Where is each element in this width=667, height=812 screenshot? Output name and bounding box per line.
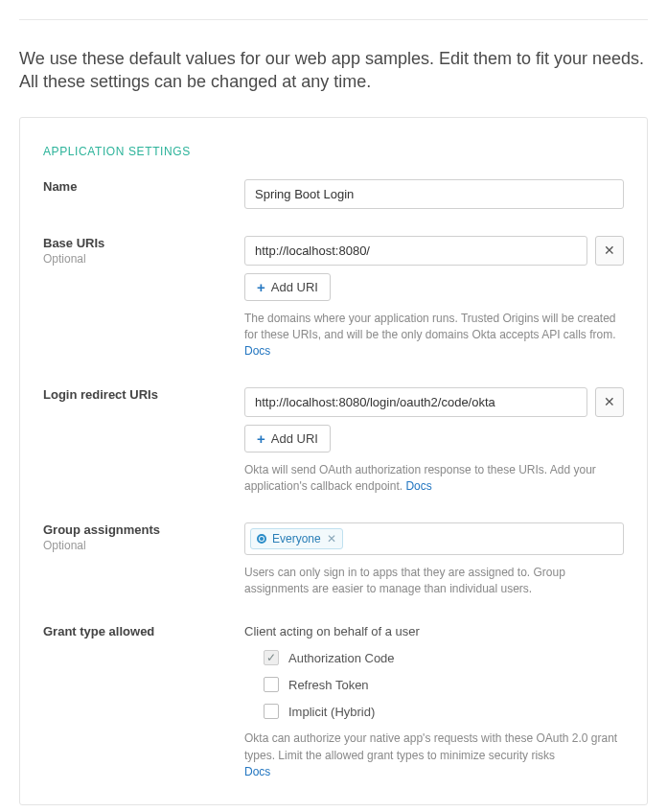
grant-option-auth-code: ✓ Authorization Code [244,650,624,665]
row-login-redirect: Login redirect URIs ✕ + Add URI Okta wil… [43,387,624,496]
row-grant-type: Grant type allowed Client acting on beha… [43,624,624,780]
login-redirect-docs-link[interactable]: Docs [405,479,431,493]
base-uri-remove-button[interactable]: ✕ [595,236,624,266]
row-name: Name [43,179,624,209]
auth-code-label: Authorization Code [288,651,395,665]
name-input[interactable] [244,179,624,209]
grant-subhead: Client acting on behalf of a user [244,624,624,638]
close-icon: ✕ [604,243,615,258]
auth-code-checkbox: ✓ [264,650,279,665]
top-divider [19,19,648,20]
implicit-checkbox[interactable] [264,704,279,719]
group-help: Users can only sign in to apps that they… [244,565,624,598]
name-label: Name [43,179,229,194]
group-icon [257,534,266,544]
add-base-uri-label: Add URI [271,280,318,294]
group-chip-remove[interactable]: ✕ [327,532,336,545]
add-base-uri-button[interactable]: + Add URI [244,273,331,301]
implicit-label: Implicit (Hybrid) [288,705,375,719]
base-uri-input[interactable] [244,236,587,266]
close-icon: ✕ [604,394,615,409]
base-uris-label: Base URIs [43,236,229,250]
login-redirect-help: Okta will send OAuth authorization respo… [244,462,624,496]
group-chip-label: Everyone [272,532,321,545]
refresh-checkbox[interactable] [264,677,279,692]
check-icon: ✓ [266,652,276,663]
add-login-redirect-button[interactable]: + Add URI [244,425,331,452]
login-redirect-input[interactable] [244,387,587,417]
login-redirect-remove-button[interactable]: ✕ [595,387,624,417]
group-label: Group assignments [43,522,229,537]
settings-panel: APPLICATION SETTINGS Name Base URIs Opti… [19,117,648,805]
refresh-label: Refresh Token [288,678,369,692]
section-title: APPLICATION SETTINGS [43,145,624,158]
grant-option-implicit[interactable]: Implicit (Hybrid) [244,704,624,719]
base-uris-help: The domains where your application runs.… [244,311,624,360]
base-uris-optional: Optional [43,252,229,266]
intro-text: We use these default values for our web … [19,47,648,94]
grant-label: Grant type allowed [43,624,229,638]
base-uris-docs-link[interactable]: Docs [244,344,270,358]
add-login-redirect-label: Add URI [271,431,318,446]
plus-icon: + [257,280,265,294]
plus-icon: + [257,431,265,446]
grant-docs-link[interactable]: Docs [244,765,270,778]
group-assignments-input[interactable]: Everyone ✕ [244,522,624,555]
group-chip-everyone: Everyone ✕ [250,528,343,549]
grant-help: Okta can authorize your native app's req… [244,731,624,780]
grant-option-refresh[interactable]: Refresh Token [244,677,624,692]
login-redirect-label: Login redirect URIs [43,387,229,402]
group-optional: Optional [43,539,229,552]
row-group-assignments: Group assignments Optional Everyone ✕ Us… [43,522,624,598]
row-base-uris: Base URIs Optional ✕ + Add URI The domai… [43,236,624,360]
